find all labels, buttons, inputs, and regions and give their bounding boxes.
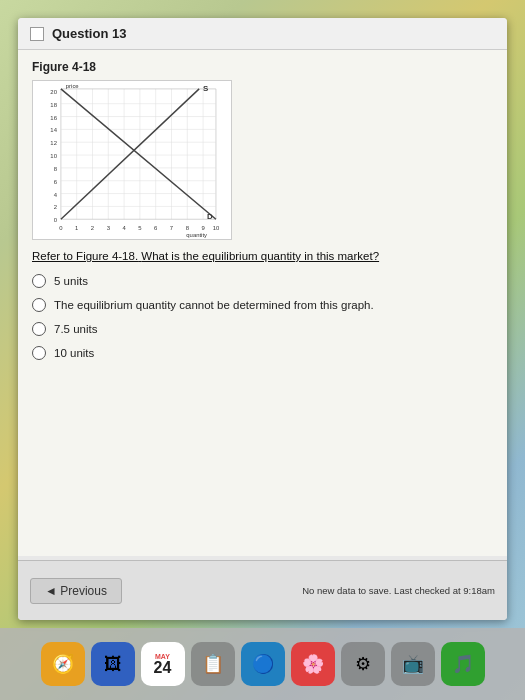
dock-itunes[interactable]: 🎵 <box>441 642 485 686</box>
save-status: No new data to save. Last checked at 9:1… <box>302 585 495 596</box>
svg-text:1: 1 <box>75 225 78 231</box>
svg-text:9: 9 <box>201 225 204 231</box>
option-3[interactable]: 7.5 units <box>32 322 493 336</box>
dock-finder[interactable]: 🧭 <box>41 642 85 686</box>
svg-text:10: 10 <box>213 225 220 231</box>
svg-text:14: 14 <box>50 127 57 133</box>
bottom-nav: ◄ Previous No new data to save. Last che… <box>18 560 507 620</box>
dock-calendar[interactable]: MAY 24 <box>141 642 185 686</box>
svg-text:S: S <box>203 84 208 93</box>
svg-text:2: 2 <box>54 204 57 210</box>
content-area: Figure 4-18 <box>18 50 507 556</box>
option-2-label: The equilibrium quantity cannot be deter… <box>54 299 374 311</box>
svg-text:D: D <box>207 212 213 221</box>
dock-notes[interactable]: 📋 <box>191 642 235 686</box>
dock: 🧭 🖼 MAY 24 📋 🔵 🌸 ⚙ 📺 🎵 <box>0 628 525 700</box>
chart-container: 0 2 4 6 8 10 12 14 16 18 20 0 1 2 3 4 5 … <box>32 80 232 240</box>
option-4[interactable]: 10 units <box>32 346 493 360</box>
svg-text:price: price <box>66 83 80 89</box>
svg-text:12: 12 <box>50 140 57 146</box>
svg-text:quantity: quantity <box>186 232 207 238</box>
svg-text:2: 2 <box>91 225 94 231</box>
svg-rect-0 <box>33 81 231 239</box>
chart-svg: 0 2 4 6 8 10 12 14 16 18 20 0 1 2 3 4 5 … <box>33 81 231 239</box>
question-title: Question 13 <box>52 26 126 41</box>
svg-text:7: 7 <box>170 225 173 231</box>
dock-photos[interactable]: 🌸 <box>291 642 335 686</box>
question-checkbox[interactable] <box>30 27 44 41</box>
svg-text:16: 16 <box>50 115 57 121</box>
question-header: Question 13 <box>18 18 507 50</box>
radio-2[interactable] <box>32 298 46 312</box>
option-1-label: 5 units <box>54 275 88 287</box>
main-screen: Question 13 Figure 4-18 <box>18 18 507 620</box>
svg-text:20: 20 <box>50 89 57 95</box>
svg-text:18: 18 <box>50 102 57 108</box>
dock-music[interactable]: 🔵 <box>241 642 285 686</box>
dock-tv[interactable]: 📺 <box>391 642 435 686</box>
radio-4[interactable] <box>32 346 46 360</box>
option-3-label: 7.5 units <box>54 323 97 335</box>
dock-photo[interactable]: 🖼 <box>91 642 135 686</box>
radio-3[interactable] <box>32 322 46 336</box>
radio-1[interactable] <box>32 274 46 288</box>
option-1[interactable]: 5 units <box>32 274 493 288</box>
question-text: Refer to Figure 4-18. What is the equili… <box>32 250 493 262</box>
dock-calendar-day: 24 <box>154 660 172 676</box>
option-4-label: 10 units <box>54 347 94 359</box>
dock-dots[interactable]: ⚙ <box>341 642 385 686</box>
previous-button[interactable]: ◄ Previous <box>30 578 122 604</box>
question-refer: Refer to Figure 4-18. <box>32 250 138 262</box>
option-2[interactable]: The equilibrium quantity cannot be deter… <box>32 298 493 312</box>
question-main: What is the equilibrium quantity in this… <box>141 250 379 262</box>
figure-title: Figure 4-18 <box>32 60 493 74</box>
svg-text:10: 10 <box>50 153 57 159</box>
